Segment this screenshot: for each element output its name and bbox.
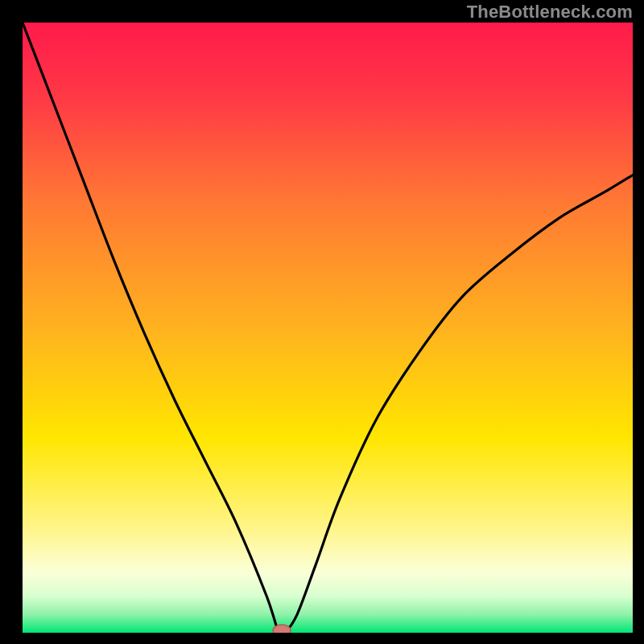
minimum-marker: [273, 625, 291, 633]
bottleneck-curve: [23, 23, 633, 633]
chart-frame: TheBottleneck.com: [0, 0, 644, 644]
watermark-text: TheBottleneck.com: [467, 2, 633, 23]
plot-area: [23, 23, 633, 633]
